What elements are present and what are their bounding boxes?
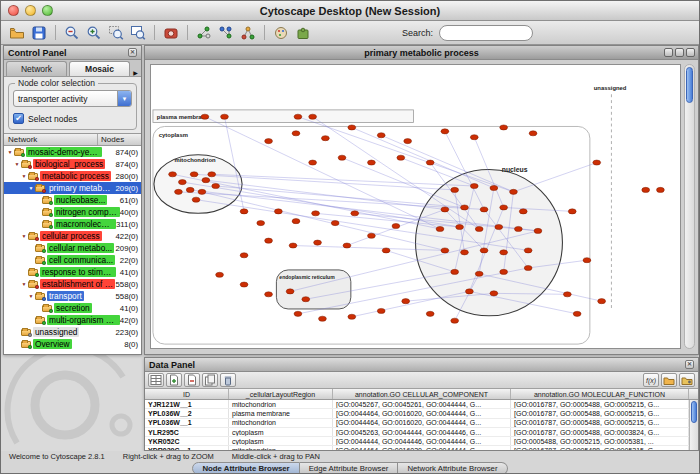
tree-row-cellular-process[interactable]: ▼cellular process422(0) [4,230,141,242]
graph-node[interactable] [377,308,385,313]
tree-row-cellular-metabo[interactable]: cellular metabo...209(0) [4,242,141,254]
tab-mosaic[interactable]: Mosaic [69,61,130,76]
graph-node[interactable] [500,250,508,255]
delete-attribute-button[interactable] [184,373,200,387]
tab-edge-attribute-browser[interactable]: Edge Attribute Browser [300,462,399,474]
control-panel-titlebar[interactable]: Control Panel ✕ [4,46,141,60]
graph-node[interactable] [451,318,459,323]
graph-node[interactable] [198,189,206,194]
tree-row-biological-process[interactable]: ▼biological_process874(0) [4,158,141,170]
graph-node[interactable] [257,221,265,226]
network-view-titlebar[interactable]: primary metabolic process [145,46,698,60]
graph-node[interactable] [321,136,329,141]
trash-button[interactable] [220,373,236,387]
tab-network[interactable]: Network [6,61,67,76]
create-attribute-button[interactable] [166,373,182,387]
graph-node[interactable] [314,240,322,245]
open-session-button[interactable] [7,23,27,43]
graph-node[interactable] [265,139,273,144]
graph-node[interactable] [309,160,317,165]
graph-node[interactable] [470,183,478,188]
graph-node[interactable] [500,205,508,210]
tab-node-attribute-browser[interactable]: Node Attribute Browser [192,462,299,474]
tree-row-secretion[interactable]: secretion41(0) [4,302,141,314]
graph-node[interactable] [397,155,405,160]
graph-node[interactable] [465,289,473,294]
table-vertical-scrollbar[interactable] [689,400,698,450]
graph-node[interactable] [302,297,310,302]
graph-node[interactable] [534,228,542,233]
graph-node[interactable] [490,291,498,296]
graph-node[interactable] [495,224,503,229]
graph-node[interactable] [563,292,571,297]
graph-node[interactable] [524,265,532,270]
graph-node[interactable] [404,139,412,144]
zoom-window-icon[interactable] [42,5,53,16]
graph-node[interactable] [480,207,488,212]
graph-node[interactable] [451,269,459,274]
frame-close-button[interactable] [686,48,695,57]
tree-row-unassigned[interactable]: unassigned223(0) [4,326,141,338]
graph-node[interactable] [221,114,229,119]
column-header-2[interactable]: annotation.GO CELLULAR_COMPONENT [333,389,511,399]
graph-node[interactable] [392,223,400,228]
tree-row-nitrogen-compo[interactable]: nitrogen compo...40(0) [4,206,141,218]
graph-node[interactable] [529,131,537,136]
graph-node[interactable] [500,269,508,274]
graph-node[interactable] [367,233,375,238]
graph-node[interactable] [286,289,294,294]
frame-maximize-button[interactable] [675,48,684,57]
graph-node[interactable] [212,183,220,188]
frame-minimize-button[interactable] [664,48,673,57]
graph-node[interactable] [208,172,216,177]
tree-row-cell-communica[interactable]: cell communica...22(0) [4,254,141,266]
graph-node[interactable] [461,250,469,255]
graph-node[interactable] [240,209,248,214]
graph-node[interactable] [583,258,591,263]
tree-row-transport[interactable]: ▼transport558(0) [4,290,141,302]
graph-node[interactable] [202,178,210,183]
tree-column-nodes[interactable]: Nodes [98,134,141,145]
column-header-3[interactable]: annotation.GO MOLECULAR_FUNCTION [511,389,689,399]
graph-node[interactable] [289,243,297,248]
tree-row-multi-organism-pr[interactable]: multi-organism pr...42(0) [4,314,141,326]
tree-row-primary-metabo[interactable]: ▼primary metabo...209(0) [4,182,141,194]
window-titlebar[interactable]: Cytoscape Desktop (New Session) [1,1,699,21]
search-input[interactable] [440,26,533,40]
float-data-panel-button[interactable]: ✕ [685,360,694,369]
select-nodes-checkbox[interactable]: ✔ [13,113,24,124]
graph-node[interactable] [451,187,459,192]
tree-row-macromolecule[interactable]: macromolecule...311(0) [4,218,141,230]
import-network-button[interactable] [238,23,258,43]
graph-node[interactable] [348,125,356,130]
graph-node[interactable] [292,131,300,136]
graph-node[interactable] [351,211,359,216]
table-row[interactable]: YJR121W__1mitochondrion[GO:0045267, GO:0… [145,400,689,409]
graph-node[interactable] [593,160,601,165]
graph-node[interactable] [192,197,200,202]
graph-node[interactable] [441,248,449,253]
graph-node[interactable] [519,209,527,214]
graph-node[interactable] [169,172,177,177]
select-attributes-button[interactable] [148,373,164,387]
graph-node[interactable] [312,211,320,216]
network-canvas[interactable]: plasma membrane cytoplasm mitochondrion … [150,64,681,349]
graph-node[interactable] [598,299,606,304]
table-row[interactable]: YPL036W__2plasma membrane[GO:0044464, GO… [145,409,689,418]
equation-builder-button[interactable]: f(x) [643,373,659,387]
minimize-window-icon[interactable] [25,5,36,16]
zoom-selected-region-button[interactable] [106,23,126,43]
attribute-options-button[interactable] [679,373,695,387]
plugins-button[interactable] [293,23,313,43]
float-panel-button[interactable]: ✕ [128,48,137,57]
first-neighbors-button[interactable] [194,23,214,43]
graph-node[interactable] [475,271,483,276]
graph-node[interactable] [331,221,339,226]
graph-node[interactable] [190,172,198,177]
table-row[interactable]: YKR052Ccytoplasm[GO:0044444, GO:0044446,… [145,437,689,446]
tree-row-response-to-stimu[interactable]: response to stimu...41(0) [4,266,141,278]
dropdown-arrow-icon[interactable]: ▼ [117,91,131,106]
data-panel-titlebar[interactable]: Data Panel ✕ [145,358,698,372]
graph-node[interactable] [348,314,356,319]
graph-node[interactable] [294,114,302,119]
